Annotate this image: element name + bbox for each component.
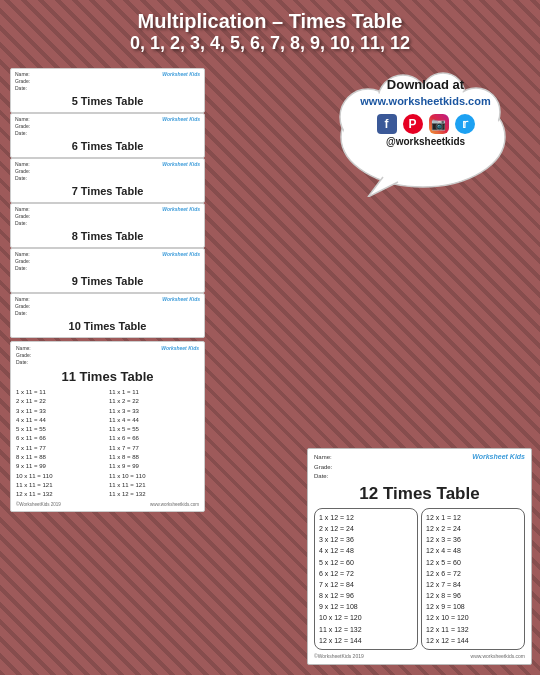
cloud-content: Download at www.worksheetkids.com f P 📷 … <box>338 77 513 147</box>
table-row: 12 x 12 = 144 <box>426 635 520 646</box>
ws-grade: Grade: <box>15 303 30 310</box>
ws12-col1: 1 x 12 = 122 x 12 = 243 x 12 = 364 x 12 … <box>314 508 418 650</box>
table-row: 12 x 3 = 36 <box>426 534 520 545</box>
ws-card-header: Name: Grade: Date: Worksheet Kids <box>15 296 200 317</box>
ws12-col2: 12 x 1 = 1212 x 2 = 2412 x 3 = 3612 x 4 … <box>421 508 525 650</box>
table-row: 5 x 12 = 60 <box>319 557 413 568</box>
table-row: 2 x 11 = 22 <box>16 397 106 406</box>
table-row: 12 x 2 = 24 <box>426 523 520 534</box>
table-row: 9 x 11 = 99 <box>16 462 106 471</box>
ws-logo: Worksheet Kids <box>162 116 200 122</box>
table-row: 11 x 12 = 132 <box>319 624 413 635</box>
table-row: 12 x 9 = 108 <box>426 601 520 612</box>
cloud-social-icons: f P 📷 𝕣 <box>338 114 513 134</box>
table-row: 11 x 10 = 110 <box>109 472 199 481</box>
ws-date: Date: <box>15 220 30 227</box>
ws-name: Name: <box>15 251 30 258</box>
ws11-footer: ©WorksheetKids 2019 www.worksheetkids.co… <box>16 502 199 507</box>
ws12-date: Date: <box>314 472 332 482</box>
ws-date: Date: <box>15 310 30 317</box>
ws-name: Name: <box>15 296 30 303</box>
table-row: 7 x 11 = 77 <box>16 444 106 453</box>
instagram-icon[interactable]: 📷 <box>429 114 449 134</box>
ws11-col1: 1 x 11 = 112 x 11 = 223 x 11 = 334 x 11 … <box>16 388 106 500</box>
table-row: 11 x 11 = 121 <box>109 481 199 490</box>
ws12-grid: 1 x 12 = 122 x 12 = 243 x 12 = 364 x 12 … <box>314 508 525 650</box>
ws-title: 9 Times Table <box>15 273 200 289</box>
table-row: 3 x 12 = 36 <box>319 534 413 545</box>
ws11-col2: 11 x 1 = 1111 x 2 = 2211 x 3 = 3311 x 4 … <box>109 388 199 500</box>
worksheet-card: Name: Grade: Date: Worksheet Kids 7 Time… <box>10 158 205 203</box>
ws-card-fields: Name: Grade: Date: <box>15 251 30 272</box>
ws-date: Date: <box>15 130 30 137</box>
worksheet-card: Name: Grade: Date: Worksheet Kids 10 Tim… <box>10 293 205 338</box>
ws-logo: Worksheet Kids <box>162 161 200 167</box>
table-row: 11 x 6 = 66 <box>109 434 199 443</box>
ws11-header: Name: Grade: Date: Worksheet Kids <box>16 345 199 366</box>
ws-grade: Grade: <box>15 213 30 220</box>
table-row: 4 x 11 = 44 <box>16 416 106 425</box>
ws-logo: Worksheet Kids <box>162 296 200 302</box>
ws-date: Date: <box>15 85 30 92</box>
ws-card-header: Name: Grade: Date: Worksheet Kids <box>15 161 200 182</box>
facebook-icon[interactable]: f <box>377 114 397 134</box>
header-title: Multiplication – Times Table <box>10 10 530 33</box>
table-row: 9 x 12 = 108 <box>319 601 413 612</box>
table-row: 12 x 11 = 132 <box>426 624 520 635</box>
table-row: 12 x 5 = 60 <box>426 557 520 568</box>
table-row: 5 x 11 = 55 <box>16 425 106 434</box>
table-row: 12 x 4 = 48 <box>426 545 520 556</box>
ws12-name: Name: <box>314 453 332 463</box>
ws-date: Date: <box>15 265 30 272</box>
ws12-title: 12 Times Table <box>314 484 525 504</box>
ws11-footer-left: ©WorksheetKids 2019 <box>16 502 61 507</box>
ws12-footer-left: ©WorksheetKids 2019 <box>314 653 364 659</box>
table-row: 10 x 11 = 110 <box>16 472 106 481</box>
table-row: 11 x 4 = 44 <box>109 416 199 425</box>
ws12-logo: Worksheet Kids <box>472 453 525 482</box>
pinterest-icon[interactable]: P <box>403 114 423 134</box>
ws-card-fields: Name: Grade: Date: <box>15 116 30 137</box>
ws11-title: 11 Times Table <box>16 367 199 386</box>
cloud-handle: @worksheetkids <box>338 136 513 147</box>
worksheet-card: Name: Grade: Date: Worksheet Kids 9 Time… <box>10 248 205 293</box>
ws-title: 8 Times Table <box>15 228 200 244</box>
table-row: 12 x 8 = 96 <box>426 590 520 601</box>
table-row: 8 x 11 = 88 <box>16 453 106 462</box>
cloud-bubble: Download at www.worksheetkids.com f P 📷 … <box>318 62 528 217</box>
ws-date: Date: <box>15 175 30 182</box>
ws12-footer: ©WorksheetKids 2019 www.worksheetkids.co… <box>314 653 525 659</box>
ws-card-header: Name: Grade: Date: Worksheet Kids <box>15 251 200 272</box>
ws-title: 6 Times Table <box>15 138 200 154</box>
worksheet-11-card: Name: Grade: Date: Worksheet Kids 11 Tim… <box>10 341 205 512</box>
ws12-header: Name: Grade: Date: Worksheet Kids <box>314 453 525 482</box>
ws-card-fields: Name: Grade: Date: <box>15 296 30 317</box>
cloud-download-text: Download at <box>338 77 513 94</box>
ws-name: Name: <box>15 71 30 78</box>
table-row: 11 x 11 = 121 <box>16 481 106 490</box>
ws-grade: Grade: <box>15 168 30 175</box>
ws-card-header: Name: Grade: Date: Worksheet Kids <box>15 206 200 227</box>
table-row: 10 x 12 = 120 <box>319 612 413 623</box>
table-row: 12 x 12 = 144 <box>319 635 413 646</box>
worksheet-card: Name: Grade: Date: Worksheet Kids 8 Time… <box>10 203 205 248</box>
ws-card-fields: Name: Grade: Date: <box>15 71 30 92</box>
worksheet-card: Name: Grade: Date: Worksheet Kids 6 Time… <box>10 113 205 158</box>
table-row: 11 x 5 = 55 <box>109 425 199 434</box>
small-worksheets-column: Name: Grade: Date: Worksheet Kids 5 Time… <box>10 68 205 512</box>
twitter-icon[interactable]: 𝕣 <box>455 114 475 134</box>
worksheet-cards: Name: Grade: Date: Worksheet Kids 5 Time… <box>10 68 205 338</box>
ws12-footer-right: www.worksheetkids.com <box>471 653 525 659</box>
ws-card-header: Name: Grade: Date: Worksheet Kids <box>15 71 200 92</box>
ws-logo: Worksheet Kids <box>162 71 200 77</box>
worksheet-card: Name: Grade: Date: Worksheet Kids 5 Time… <box>10 68 205 113</box>
ws11-fields: Name: Grade: Date: <box>16 345 31 366</box>
table-row: 12 x 6 = 72 <box>426 568 520 579</box>
ws-grade: Grade: <box>15 78 30 85</box>
ws-logo: Worksheet Kids <box>162 206 200 212</box>
table-row: 1 x 11 = 11 <box>16 388 106 397</box>
table-row: 11 x 3 = 33 <box>109 407 199 416</box>
table-row: 7 x 12 = 84 <box>319 579 413 590</box>
cloud-url: www.worksheetkids.com <box>338 94 513 108</box>
ws11-date: Date: <box>16 359 31 366</box>
